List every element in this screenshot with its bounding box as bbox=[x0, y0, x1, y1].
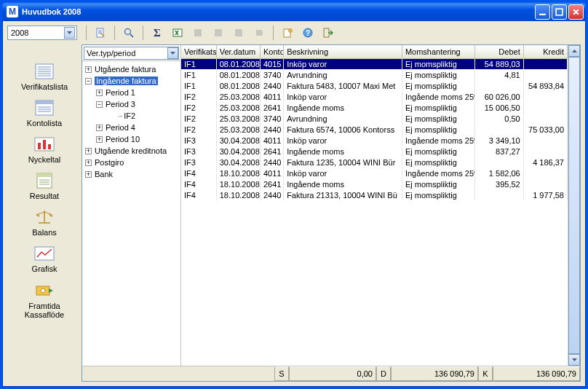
titlebar[interactable]: M Huvudbok 2008 bbox=[2, 2, 586, 21]
column-header[interactable]: Beskrivning bbox=[284, 45, 402, 58]
svg-rect-19 bbox=[48, 144, 51, 149]
tree-expander[interactable]: + bbox=[85, 171, 92, 178]
tree-node[interactable]: +Period 1 bbox=[84, 87, 180, 98]
table-row[interactable]: IF330.04.20082440Faktura 1235, 10004 WIN… bbox=[181, 157, 568, 168]
tree-node[interactable]: +Bank bbox=[84, 168, 180, 180]
tree-expander[interactable]: + bbox=[85, 66, 92, 73]
svg-point-24 bbox=[41, 288, 45, 293]
nav-kontolista[interactable]: Kontolista bbox=[12, 97, 77, 129]
table-row[interactable]: IF108.01.20082440Faktura 5483, 10007 Max… bbox=[181, 80, 568, 91]
bar-chart-icon bbox=[33, 135, 56, 154]
tree-node[interactable]: +Utgående kreditnota bbox=[84, 145, 180, 157]
tree-expander[interactable]: − bbox=[85, 78, 92, 85]
svg-rect-18 bbox=[43, 140, 46, 149]
scroll-thumb[interactable] bbox=[568, 57, 580, 354]
edit-icon[interactable] bbox=[92, 25, 108, 41]
tree-node[interactable]: −Period 3 bbox=[84, 98, 180, 110]
status-s-label: S bbox=[274, 366, 289, 381]
scroll-down-button[interactable] bbox=[568, 354, 580, 366]
tree-node[interactable]: +Period 4 bbox=[84, 122, 180, 133]
vertical-scrollbar[interactable] bbox=[568, 45, 580, 366]
tree-expander[interactable]: + bbox=[85, 148, 92, 154]
tree-expander[interactable]: + bbox=[96, 90, 103, 96]
table-row[interactable]: IF225.03.20082440Faktura 6574, 10006 Kon… bbox=[181, 124, 568, 135]
tree-node-label: Period 4 bbox=[106, 123, 135, 132]
tree-expander[interactable]: + bbox=[96, 125, 103, 131]
tree-column: Ver.typ/period +Utgående faktura−Ingåend… bbox=[82, 45, 181, 366]
svg-rect-12 bbox=[324, 28, 329, 37]
tree-view[interactable]: +Utgående faktura−Ingående faktura+Perio… bbox=[82, 61, 180, 366]
tree-node-label: Utgående kreditnota bbox=[95, 146, 167, 155]
toolbar-separator bbox=[143, 25, 143, 40]
tree-filter-button[interactable] bbox=[167, 47, 178, 59]
maximize-button[interactable] bbox=[552, 4, 567, 20]
tree-expander[interactable]: + bbox=[85, 160, 92, 166]
year-combo-button[interactable] bbox=[64, 27, 75, 39]
tree-node-label: Period 3 bbox=[106, 100, 135, 109]
column-header[interactable]: Kredit bbox=[523, 45, 567, 58]
svg-rect-2 bbox=[97, 28, 103, 37]
column-header[interactable]: Momshantering bbox=[402, 45, 474, 58]
tree-node[interactable]: +Postgiro bbox=[84, 157, 180, 168]
nav-label: Kontolista bbox=[27, 119, 62, 127]
tree-node[interactable]: −Ingående faktura bbox=[84, 75, 180, 87]
window-title: Huvudbok 2008 bbox=[22, 7, 81, 16]
table-row[interactable]: IF418.10.20082440Faktura 21313, 10004 WI… bbox=[181, 189, 568, 200]
table-row[interactable]: IF225.03.20082641Ingående momsEj momspli… bbox=[181, 102, 568, 113]
tree-node[interactable]: +Utgående faktura bbox=[84, 63, 180, 75]
table-row[interactable]: IF418.10.20082641Ingående momsEj momspli… bbox=[181, 178, 568, 189]
nav-label: Grafisk bbox=[32, 264, 57, 273]
nav-kassaflode[interactable]: Framtida Kassaflöde bbox=[12, 280, 77, 321]
table-row[interactable]: IF418.10.20084011Inköp varorIngående mom… bbox=[181, 168, 568, 178]
close-button[interactable] bbox=[568, 4, 584, 20]
status-k-label: K bbox=[478, 366, 493, 381]
nav-grafisk[interactable]: Grafisk bbox=[12, 243, 77, 275]
table-row[interactable]: IF108.01.20084015Inköp varorEj momsplikt… bbox=[181, 58, 568, 69]
tree-expander[interactable]: + bbox=[96, 136, 103, 143]
settings-icon[interactable] bbox=[279, 25, 295, 41]
export-excel-icon[interactable] bbox=[170, 25, 186, 41]
disabled-icon-4 bbox=[251, 25, 267, 41]
toolbar: Σ ? bbox=[84, 24, 336, 42]
svg-text:?: ? bbox=[306, 29, 310, 37]
nav-verifikatslista[interactable]: Verifikatslista bbox=[12, 60, 77, 93]
nav-resultat[interactable]: Resultat bbox=[12, 170, 77, 202]
tree-node-label: Bank bbox=[95, 170, 113, 178]
nav-nyckeltal[interactable]: Nyckeltal bbox=[12, 133, 77, 165]
minimize-button[interactable] bbox=[535, 4, 550, 20]
column-header[interactable]: Konto bbox=[261, 45, 284, 58]
toolbar-separator bbox=[86, 25, 87, 40]
table-row[interactable]: IF108.01.20083740AvrundningEj momsplikti… bbox=[181, 69, 568, 80]
search-icon[interactable] bbox=[121, 25, 137, 41]
table-row[interactable]: IF225.03.20084011Inköp varorIngående mom… bbox=[181, 91, 568, 102]
exit-icon[interactable] bbox=[320, 25, 336, 41]
svg-rect-15 bbox=[36, 101, 53, 104]
tree-node-label: Ingående faktura bbox=[95, 76, 158, 85]
table-row[interactable]: IF330.04.20082641Ingående momsEj momspli… bbox=[181, 146, 568, 157]
table-row[interactable]: IF225.03.20083740AvrundningEj momsplikti… bbox=[181, 113, 568, 124]
nav-balans[interactable]: Balans bbox=[12, 206, 77, 238]
nav-label: Framtida Kassaflöde bbox=[13, 302, 76, 319]
tree-node[interactable]: ···IF2 bbox=[84, 110, 180, 122]
nav-label: Verifikatslista bbox=[21, 82, 68, 91]
disabled-icon-2 bbox=[210, 25, 226, 41]
svg-rect-22 bbox=[35, 247, 54, 260]
status-d-value: 136 090,79 bbox=[391, 366, 478, 381]
tree-node[interactable]: +Period 10 bbox=[84, 133, 180, 145]
ledger-grid[interactable]: VerifikatsnVer.datumKontoBeskrivningMoms… bbox=[181, 45, 568, 200]
tree-expander[interactable]: − bbox=[96, 101, 103, 108]
nav-label: Resultat bbox=[30, 192, 59, 200]
scroll-up-button[interactable] bbox=[568, 45, 580, 57]
column-header[interactable]: Ver.datum bbox=[216, 45, 260, 58]
table-row[interactable]: IF330.04.20084011Inköp varorIngående mom… bbox=[181, 135, 568, 146]
result-icon bbox=[33, 171, 56, 190]
year-combo[interactable]: 2008 bbox=[7, 25, 77, 40]
column-header[interactable]: Verifikatsn bbox=[181, 45, 216, 58]
svg-rect-7 bbox=[235, 29, 242, 36]
sigma-icon[interactable]: Σ bbox=[149, 25, 165, 41]
svg-rect-1 bbox=[556, 9, 563, 15]
app-window: M Huvudbok 2008 2008 bbox=[0, 0, 588, 389]
help-icon[interactable]: ? bbox=[300, 25, 316, 41]
tree-filter-combo[interactable]: Ver.typ/period bbox=[84, 47, 179, 60]
column-header[interactable]: Debet bbox=[475, 45, 523, 58]
